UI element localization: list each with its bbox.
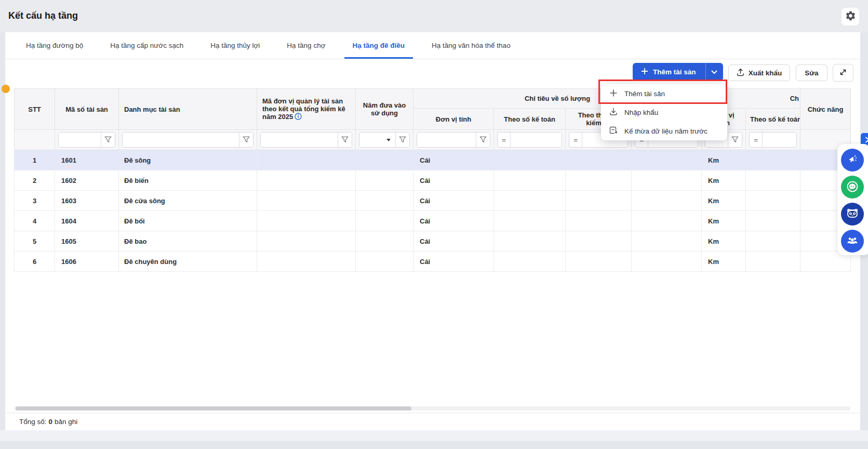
upload-icon — [737, 68, 744, 78]
robot-icon — [845, 206, 860, 222]
app-root: Kết cấu hạ tầng Hạ tầng đường bộ Hạ tầng… — [0, 0, 868, 449]
table-row[interactable]: 21602 Đê biển Cái Km — [15, 170, 851, 191]
tab-ha-tang-de-dieu[interactable]: Hạ tầng đê điều — [339, 32, 419, 59]
filter-cell-by-accounting2: = — [746, 130, 800, 150]
info-icon[interactable] — [295, 113, 302, 122]
filter-cell-code — [55, 130, 119, 150]
tab-ha-tang-duong-bo[interactable]: Hạ tầng đường bộ — [12, 32, 97, 59]
top-header-band — [0, 0, 868, 32]
menu-item-them-tai-san[interactable]: Thêm tài sản — [601, 84, 727, 103]
inherit-document-icon — [609, 126, 618, 136]
filter-icon[interactable] — [101, 133, 115, 147]
tab-bar: Hạ tầng đường bộ Hạ tầng cấp nước sạch H… — [5, 32, 860, 59]
megaphone-icon — [847, 154, 858, 167]
settings-button[interactable] — [842, 8, 859, 25]
notification-dot — [2, 85, 10, 93]
col-header-unit[interactable]: Đơn vị tính — [413, 109, 494, 130]
announcement-fab[interactable] — [841, 149, 864, 171]
menu-item-nhap-khau[interactable]: Nhập khẩu — [601, 103, 727, 122]
category-filter-input[interactable] — [123, 133, 239, 147]
tab-ha-tang-thuy-loi[interactable]: Hạ tầng thủy lợi — [197, 32, 273, 59]
chat-fab[interactable] — [841, 176, 864, 199]
total-label: Tổng số: — [19, 418, 47, 426]
year-filter-select[interactable] — [359, 133, 382, 147]
menu-item-ke-thua-du-lieu[interactable]: Kế thừa dữ liệu năm trước — [601, 122, 727, 140]
expand-button[interactable] — [833, 64, 853, 82]
caret-down-icon[interactable] — [382, 133, 395, 147]
add-asset-dropdown-menu: Thêm tài sản Nhập khẩu Kế thừa dữ liệu n… — [601, 84, 727, 140]
total-suffix: bản ghi — [55, 418, 77, 426]
table-row[interactable]: 11601 Đê sông Cái Km — [15, 150, 851, 170]
col-header-actions[interactable]: Chức năng — [800, 89, 851, 130]
unit-filter-input[interactable] — [417, 133, 476, 147]
add-asset-dropdown-toggle[interactable] — [705, 63, 723, 81]
filter-cell-category — [119, 130, 257, 150]
col-header-code[interactable]: Mã số tài sản — [55, 89, 119, 130]
col-header-category[interactable]: Danh mục tài sản — [119, 89, 257, 130]
edit-button[interactable]: Sửa — [796, 64, 827, 81]
user-group-fab[interactable] — [841, 230, 864, 253]
bottom-band — [0, 430, 868, 441]
page-title: Kết cấu hạ tầng — [8, 10, 78, 21]
robot-assistant-fab[interactable] — [841, 203, 864, 226]
col-header-by-accounting[interactable]: Theo số kế toán — [494, 109, 566, 130]
filter-icon[interactable] — [728, 133, 742, 147]
filter-cell-stt — [15, 130, 55, 150]
code-filter-input[interactable] — [59, 133, 101, 147]
horizontal-scrollbar-thumb[interactable] — [16, 406, 411, 411]
equals-operator[interactable]: = — [750, 136, 762, 144]
download-icon — [609, 108, 618, 117]
chevron-down-icon — [711, 68, 717, 76]
tab-ha-tang-van-hoa-the-thao[interactable]: Hạ tầng văn hóa thể thao — [418, 32, 524, 59]
status-bar: Tổng số: 0 bản ghi — [5, 413, 860, 430]
equals-operator[interactable]: = — [569, 136, 582, 144]
horizontal-scrollbar[interactable] — [14, 406, 850, 411]
filter-cell-year — [356, 130, 413, 150]
people-icon — [846, 234, 859, 248]
plus-icon — [641, 68, 648, 76]
table-row[interactable]: 51605 Đê bao Cái Km — [15, 231, 851, 252]
filter-icon[interactable] — [239, 133, 253, 147]
expand-icon — [839, 68, 847, 78]
col-header-mgmt-unit[interactable]: Mã đơn vị quản lý tài sản theo kết quả t… — [257, 89, 356, 130]
filter-cell-mgmt-unit — [257, 130, 356, 150]
tab-ha-tang-cap-nuoc-sach[interactable]: Hạ tầng cấp nước sạch — [97, 32, 197, 59]
chat-icon — [846, 180, 859, 195]
filter-icon[interactable] — [338, 133, 352, 147]
table-row[interactable]: 31603 Đê cửa sông Cái Km — [15, 191, 851, 211]
by-accounting2-filter-input[interactable] — [763, 133, 796, 147]
plus-icon — [609, 89, 618, 99]
equals-operator[interactable]: = — [498, 136, 510, 144]
filter-icon[interactable] — [396, 133, 409, 147]
filter-cell-by-accounting: = — [494, 130, 566, 150]
col-header-stt[interactable]: STT — [15, 89, 55, 130]
table-row[interactable]: 61606 Đê chuyên dùng Cái Km — [15, 252, 851, 272]
total-count: 0 — [49, 418, 53, 426]
floating-action-panel — [837, 144, 868, 255]
content-card: Hạ tầng đường bộ Hạ tầng cấp nước sạch H… — [5, 32, 860, 430]
add-asset-split-button[interactable]: Thêm tài sản — [633, 63, 723, 81]
gear-icon — [845, 10, 856, 23]
col-header-by-accounting2[interactable]: Theo số kế toán — [746, 109, 800, 130]
by-accounting-filter-input[interactable] — [511, 133, 562, 147]
col-header-year[interactable]: Năm đưa vào sử dụng — [356, 89, 413, 130]
table-row[interactable]: 41604 Đê bối Cái Km — [15, 211, 851, 231]
add-asset-button[interactable]: Thêm tài sản — [633, 63, 705, 81]
filter-icon[interactable] — [476, 133, 490, 147]
filter-cell-unit — [413, 130, 494, 150]
tab-ha-tang-cho[interactable]: Hạ tầng chợ — [273, 32, 339, 59]
export-button[interactable]: Xuất khẩu — [728, 64, 790, 81]
mgmt-unit-filter-input[interactable] — [261, 133, 338, 147]
